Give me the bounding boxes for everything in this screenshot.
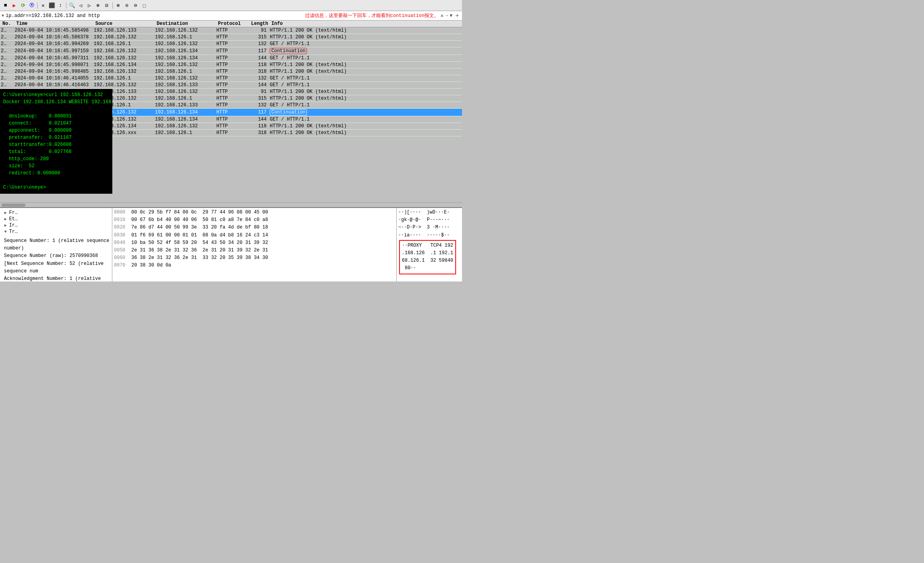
toolbar-zoom-normal-btn[interactable]: ⊙	[123, 2, 131, 9]
table-row[interactable]: 2…2024-09-04 10:16:45.585498192.168.126.…	[0, 27, 462, 34]
toolbar-play-btn[interactable]: ▶	[10, 2, 18, 9]
terminal-line: total: 0.027768	[3, 148, 109, 155]
toolbar-sep2	[66, 2, 66, 9]
terminal-panel: C:\Users\oneye>curl 192.168.126.132Docke…	[0, 89, 112, 194]
cell-value: HTTP	[216, 48, 246, 54]
cell-value: HTTP/1.1 200 OK (text/html)	[270, 130, 461, 136]
hex-bytes: 36 38 2e 31 32 36 2e 31 33 32 20 35 39 3…	[131, 254, 274, 262]
tree-label-ir: Ir…	[9, 223, 18, 228]
ascii-panel: ··)[···· )wD···E··gk·@·@· P···~···~··D·P…	[397, 208, 462, 282]
tree-item-frame[interactable]: ▶ Fr…	[2, 210, 110, 216]
table-row[interactable]: 2…2024-09-04 10:16:45.998071192.168.126.…	[0, 62, 462, 68]
hex-offset: 0070	[114, 262, 128, 269]
cell-value: 192.168.126.132	[94, 55, 155, 61]
cell-value: 192.168.126.132	[94, 48, 155, 54]
cell-value: HTTP	[216, 123, 246, 129]
col-header-info: Info	[270, 21, 461, 26]
cell-value: 117	[246, 48, 270, 54]
table-row[interactable]: 2…2024-09-04 10:16:45.997159192.168.126.…	[0, 47, 462, 55]
filter-plus-btn[interactable]: ＋	[454, 11, 460, 20]
cell-value: 132	[246, 76, 270, 81]
cell-value: 117	[246, 110, 270, 115]
cell-value: 192.168.126.133	[155, 102, 216, 108]
table-row[interactable]: 2…2024-09-04 10:16:45.997311192.168.126.…	[0, 55, 462, 62]
filter-arrow-right[interactable]: →	[445, 13, 448, 19]
toolbar-bookmark-btn[interactable]: ⊡	[103, 2, 111, 9]
toolbar-back-btn[interactable]: ◁	[77, 2, 85, 9]
cell-value: 2024-09-04 10:16:45.998485	[15, 69, 94, 74]
filter-close-btn[interactable]: ✕	[440, 12, 443, 19]
table-row[interactable]: 2…2024-09-04 10:16:45.994269192.168.126.…	[0, 41, 462, 47]
filter-dropdown-btn[interactable]: ▼	[450, 13, 453, 19]
cell-value: 2…	[1, 28, 15, 33]
cell-value: HTTP	[216, 55, 246, 61]
cell-value: HTTP/1.1 200 OK (text/html)	[270, 123, 461, 129]
terminal-line	[3, 106, 109, 113]
cell-value: 318	[246, 130, 270, 136]
tree-item-ip[interactable]: ▶ Ir…	[2, 222, 110, 229]
filter-input[interactable]	[6, 13, 303, 19]
cell-value: GET / HTTP/1.1	[270, 117, 461, 122]
cell-value: HTTP	[216, 110, 246, 115]
ascii-row: .168.126 .1 192.1	[402, 249, 453, 257]
toolbar-close-btn[interactable]: ⦿	[28, 2, 36, 9]
terminal-line: starttransfer:0.026606	[3, 141, 109, 148]
expand-icon-ir: ▶	[3, 223, 8, 228]
toolbar-delete-btn[interactable]: ✕	[39, 2, 47, 9]
hex-bytes: 00 0c 29 5b f7 84 00 0c 29 77 44 96 08 0…	[131, 209, 274, 216]
cell-value: 2024-09-04 10:16:45.997311	[15, 55, 94, 61]
cell-value: 2…	[1, 76, 15, 81]
seq-line-4: Acknowledgment Number: 1 (relative ack n…	[4, 275, 110, 282]
hex-bytes: 2e 31 36 38 2e 31 32 36 2e 31 20 31 39 3…	[131, 247, 274, 254]
toolbar-forward-btn[interactable]: ▷	[85, 2, 93, 9]
filter-note: 过滤信息，这里要敲一下回车，才能看到continuation报文。	[305, 12, 439, 19]
expand-icon-fr: ▶	[3, 210, 8, 215]
toolbar-stop-btn[interactable]: ■	[2, 2, 9, 9]
continuation-badge: Continuation	[270, 48, 307, 54]
cell-value: 144	[246, 55, 270, 61]
tree-label-fr: Fr…	[9, 210, 18, 215]
table-row[interactable]: 2…2024-09-04 10:16:46.416463192.168.126.…	[0, 82, 462, 89]
cell-value: 192.168.126.1	[94, 76, 155, 81]
hscroll-bar[interactable]	[0, 202, 462, 207]
cell-value: 2…	[1, 82, 15, 88]
cell-value: HTTP	[216, 62, 246, 68]
tree-label-et: Et…	[9, 216, 18, 222]
cell-value: HTTP	[216, 130, 246, 136]
cell-value: HTTP	[216, 28, 246, 33]
packet-detail-tree: ▶ Fr… ▶ Et… ▶ Ir… ▼ Tr… Sequence Number:…	[0, 208, 112, 282]
cell-value: 2024-09-04 10:16:45.997159	[15, 48, 94, 54]
hex-row: 00207e 86 d7 44 00 50 99 3e 33 20 fa 4d …	[114, 224, 395, 231]
toolbar-find-btn[interactable]: ↕	[57, 2, 64, 9]
ascii-row: ··ia···· ·····$··	[398, 232, 460, 239]
cell-value: 192.168.126.132	[94, 34, 155, 40]
cell-value: GET / HTTP/1.1	[270, 55, 461, 61]
terminal-line: Docker 192.168.126.134 WEBSITE 192.168.1…	[3, 98, 109, 106]
seq-line-1: Sequence Number: 1 (relative sequence nu…	[4, 237, 110, 252]
toolbar-search-btn[interactable]: 🔍	[68, 2, 76, 9]
toolbar-goto-btn[interactable]: ⊕	[94, 2, 102, 9]
hscroll-thumb[interactable]	[2, 204, 25, 207]
terminal-line: C:\Users\oneye>	[3, 184, 109, 191]
info-continuation-cell: Continuation	[270, 109, 461, 115]
table-row[interactable]: 2…2024-09-04 10:16:45.586378192.168.126.…	[0, 34, 462, 41]
toolbar-zoom-out-btn[interactable]: ⊖	[132, 2, 140, 9]
toolbar-resize-btn[interactable]: ⬛	[48, 2, 56, 9]
ascii-row: ·gk·@·@· P···~···	[398, 216, 460, 224]
hex-bytes: 01 f6 69 61 00 00 01 01 08 0a d4 b8 16 2…	[131, 232, 274, 239]
table-row[interactable]: 2…2024-09-04 10:16:46.414055192.168.126.…	[0, 75, 462, 82]
table-row[interactable]: 2…2024-09-04 10:16:45.998485192.168.126.…	[0, 68, 462, 75]
ascii-red-box: ··PROXY TCP4 192.168.126 .1 192.168.126.…	[399, 240, 456, 274]
hex-offset: 0060	[114, 254, 128, 262]
toolbar-zoom-in-btn[interactable]: ⊕	[114, 2, 122, 9]
toolbar-restart-btn[interactable]: ⟳	[19, 2, 27, 9]
toolbar-resize2-btn[interactable]: ⬚	[140, 2, 148, 9]
tree-item-tcp[interactable]: ▼ Tr…	[2, 229, 110, 235]
tree-item-ethernet[interactable]: ▶ Et…	[2, 216, 110, 222]
cell-value: HTTP	[216, 102, 246, 108]
cell-value: 315	[246, 34, 270, 40]
hex-bytes: 20 38 30 0d 0a	[131, 262, 274, 269]
cell-value: 91	[246, 89, 270, 94]
terminal-line: http_code: 200	[3, 155, 109, 162]
cell-value: 192.168.126.134	[94, 62, 155, 68]
